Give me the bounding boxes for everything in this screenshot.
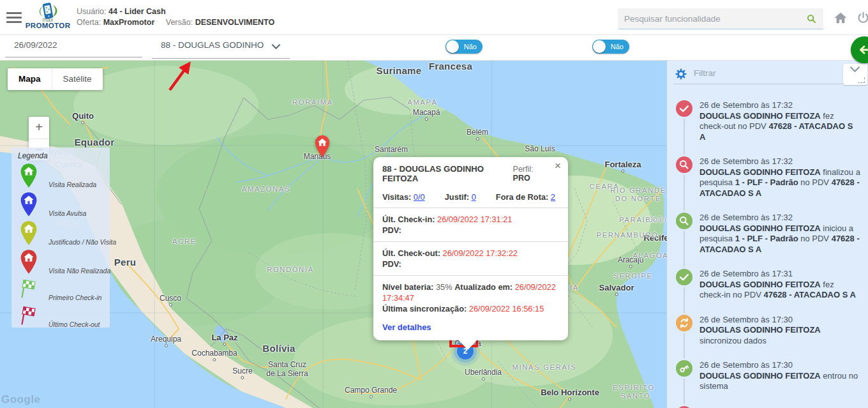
toggle-switch-1[interactable]: Não [445, 40, 483, 54]
filter-underline [673, 84, 866, 84]
popup-stat: Visitas: 0/0 [382, 192, 425, 202]
last-checkout-value: 26/09/2022 17:32:22 [443, 248, 518, 258]
zoom-in-button[interactable]: + [29, 117, 49, 139]
visit-not-done-marker[interactable] [314, 135, 331, 158]
battery-row: Nível bateria: 35% Atualizado em: 26/09/… [382, 282, 559, 303]
offer-label: Oferta: [77, 18, 101, 27]
gear-icon[interactable] [675, 68, 687, 80]
session-info: Usuário: 44 - Lider Cash Oferta: MaxProm… [77, 6, 274, 28]
timeline-time: 26 de Setembro às 17:31 [700, 269, 860, 280]
pin-icon [19, 163, 38, 188]
feed-collapse-button[interactable] [843, 64, 867, 85]
pin-icon [19, 220, 38, 246]
map-label: Sucre [232, 366, 252, 379]
map-label: São Luís [525, 144, 555, 153]
activity-timeline: 26 de Setembro às 17:32DOUGLAS GODINHO F… [676, 100, 862, 408]
map-label: Fortaleza [604, 160, 641, 173]
map-label: Uberlândia [465, 368, 502, 381]
legend-item: Visita Realizada [17, 162, 105, 190]
promoter-dropdown-value: 88 - DOUGLAS GODINHO [161, 40, 264, 50]
map-label: Belém [467, 128, 488, 140]
filter-input[interactable]: Filtrar [694, 68, 716, 78]
map-label: DO NORTE [615, 195, 661, 202]
last-checkin-value: 26/09/2022 17:31:21 [437, 215, 512, 224]
timeline-text: DOUGLAS GODINHO FEITOZA sincronizou dado… [700, 325, 860, 346]
key-icon [676, 360, 692, 377]
map-label: Cusco [160, 294, 181, 306]
promoter-dropdown[interactable]: 88 - DOUGLAS GODINHO [152, 40, 290, 50]
sync-value: 26/09/2022 16:56:15 [469, 304, 544, 314]
home-button[interactable] [834, 11, 848, 26]
back-arrow-icon [857, 42, 868, 57]
sync-icon [676, 315, 692, 331]
map-label: SERGIPE [613, 272, 653, 280]
map-type-control: Mapa Satélite [8, 68, 103, 90]
last-checkout-row: Últ. Check-out: 26/09/2022 17:32:22 [382, 248, 559, 259]
timeline-time: 26 de Setembro às 17:30 [700, 360, 860, 371]
google-logo: Google [1, 393, 41, 406]
legend-item: Justificado / Não Visita [17, 219, 105, 248]
pdv-row: PDV: [382, 259, 559, 269]
app-header: max PROMOTOR Usuário: 44 - Lider Cash Of… [0, 0, 868, 35]
map[interactable]: ColômbiaSurinameFrancesaEquadorPeruBolív… [0, 61, 667, 408]
legend-item-label: Visita Realizada [49, 181, 96, 188]
legend-item-label: Visita Não Realizada [49, 267, 110, 275]
search-input[interactable] [618, 8, 823, 29]
expand-icon [858, 77, 865, 83]
menu-button[interactable] [6, 12, 22, 24]
map-label: de La Sierra [266, 369, 308, 378]
popup-stat-link[interactable]: 0 [472, 192, 476, 202]
popup-tail [458, 340, 477, 350]
check-icon [676, 100, 692, 117]
close-icon[interactable]: × [553, 159, 562, 172]
legend-item: Último Check-out [17, 303, 105, 330]
timeline-item: 26 de Setembro às 17:32DOUGLAS GODINHO F… [676, 100, 862, 142]
map-label: Francesa [429, 61, 472, 72]
popup-stat-link[interactable]: 0/0 [414, 192, 425, 202]
toggle-label: Não [464, 43, 477, 50]
date-field[interactable]: 26/09/2022 [5, 40, 142, 50]
legend-item-label: Justificado / Não Visita [49, 238, 116, 246]
map-type-satellite-button[interactable]: Satélite [52, 68, 103, 90]
legend-item: Visita Não Realizada [17, 248, 105, 276]
toggle-switch-2[interactable]: Não [592, 40, 629, 54]
version-value: DESENVOLVIMENTO [195, 18, 275, 27]
search-icon[interactable] [806, 13, 817, 24]
popup-stat-link[interactable]: 2 [551, 192, 555, 202]
legend-title: Legenda [18, 151, 105, 160]
map-label: RORAIMA [292, 98, 333, 106]
sync-row: Última sincronização: 26/09/2022 16:56:1… [382, 303, 559, 314]
logout-button[interactable] [857, 11, 868, 27]
map-label: João Pessoa [649, 215, 667, 224]
popup-stats: Visitas: 0/0Justif: 0Fora de Rota: 2 [382, 192, 559, 202]
home-icon [834, 11, 848, 24]
map-label: SANTO [621, 392, 651, 400]
map-label: AMAPÁ [407, 98, 438, 106]
map-type-map-button[interactable]: Mapa [8, 68, 52, 90]
view-details-link[interactable]: Ver detalhes [382, 322, 559, 332]
flag-icon [19, 305, 40, 326]
map-label: Campo Grande [345, 386, 397, 398]
legend-item: Visita Avulsa [17, 190, 105, 219]
search-functionality-box [618, 8, 823, 29]
popup-stat: Fora de Rota: 2 [496, 192, 555, 202]
maxpromotor-logo: max PROMOTOR [23, 1, 73, 29]
map-label: Santa Cruz [268, 360, 306, 369]
map-label: Salvador [599, 283, 634, 296]
timeline-item: 26 de Setembro às 17:31DOUGLAS GODINHO F… [676, 269, 862, 301]
pin-icon [19, 192, 38, 217]
map-label: Peru [114, 257, 137, 268]
refresh-button[interactable] [851, 36, 868, 63]
search-icon [676, 213, 692, 229]
chevron-down-icon [271, 43, 281, 50]
user-value: 44 - Lider Cash [108, 7, 166, 16]
map-label: ESPÍRITO [613, 384, 655, 391]
timeline-text: DOUGLAS GODINHO FEITOZA finalizou a pesq… [700, 167, 860, 199]
search-icon [676, 156, 692, 173]
timeline-text: DOUGLAS GODINHO FEITOZA fez check-in no … [700, 280, 860, 301]
map-label: ACRE [172, 238, 197, 245]
timeline-item: 26 de Setembro às 17:32DOUGLAS GODINHO F… [676, 213, 862, 255]
map-label: Belo Horizonte [541, 388, 599, 401]
map-label: Equador [75, 137, 115, 147]
timeline-item: 26 de Setembro às 17:30DOUGLAS GODINHO F… [676, 315, 862, 347]
